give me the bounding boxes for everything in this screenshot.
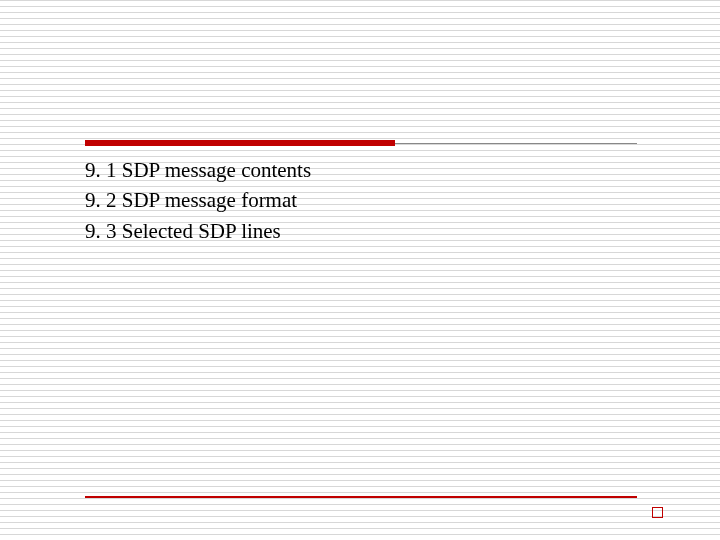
- title-underline-thick: [85, 140, 395, 146]
- list-item: 9. 3 Selected SDP lines: [85, 216, 660, 246]
- corner-box-icon: [652, 507, 663, 518]
- bottom-rule: [85, 496, 637, 498]
- list-item: 9. 2 SDP message format: [85, 185, 660, 215]
- slide: 9. 1 SDP message contents 9. 2 SDP messa…: [0, 0, 720, 540]
- title-underline-thin: [395, 143, 637, 144]
- list-item: 9. 1 SDP message contents: [85, 155, 660, 185]
- content-block: 9. 1 SDP message contents 9. 2 SDP messa…: [85, 155, 660, 246]
